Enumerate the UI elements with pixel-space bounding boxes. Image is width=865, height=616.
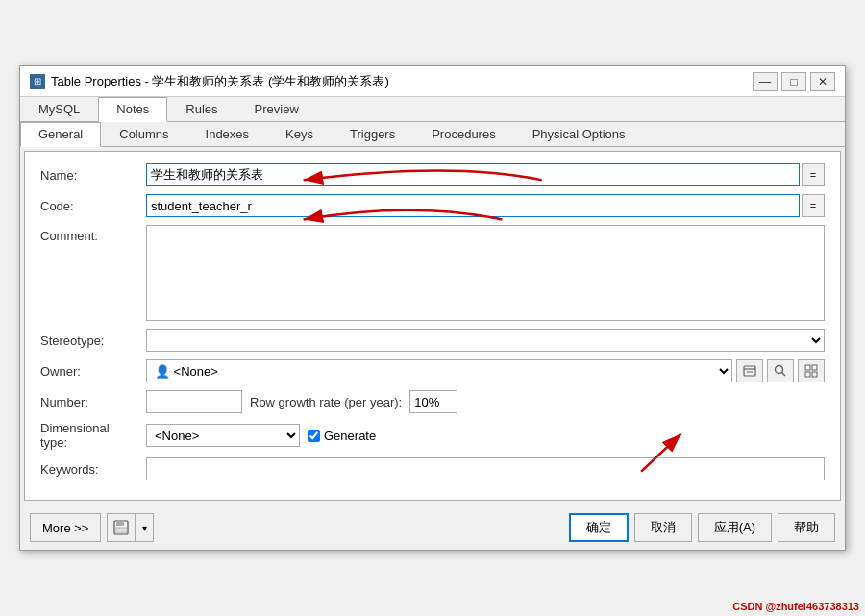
minimize-button[interactable]: — [753,72,778,91]
owner-search-btn[interactable] [767,359,794,382]
name-equals-btn[interactable]: = [802,163,825,186]
app-icon: ⊞ [30,74,45,89]
owner-select[interactable]: 👤 <None> [146,359,732,382]
title-bar-left: ⊞ Table Properties - 学生和教师的关系表 (学生和教师的关系… [30,73,389,90]
name-label: Name: [40,168,146,183]
keywords-input[interactable] [146,457,825,480]
svg-rect-12 [115,528,127,533]
svg-rect-8 [805,372,810,377]
number-input[interactable] [146,390,242,413]
confirm-button[interactable]: 确定 [569,513,629,542]
save-button-group: ▾ [107,513,154,542]
tab-rules[interactable]: Rules [167,97,235,121]
number-inputs: Row growth rate (per year): [146,390,457,413]
tab-mysql[interactable]: MySQL [20,97,98,121]
title-buttons: — □ ✕ [753,72,835,91]
tab-indexes[interactable]: Indexes [187,122,268,146]
owner-browse-btn[interactable] [736,359,763,382]
growth-rate-label: Row growth rate (per year): [250,395,402,409]
tab-columns[interactable]: Columns [101,122,186,146]
number-row: Number: Row growth rate (per year): [40,390,825,413]
owner-extra-buttons [734,359,825,382]
generate-checkbox[interactable] [308,430,320,442]
code-row: Code: = [40,194,825,217]
growth-input[interactable] [409,390,457,413]
bottom-bar: More >> ▾ 确定 取消 应用(A) 帮助 [20,505,845,550]
svg-rect-9 [812,372,817,377]
comment-label: Comment: [40,225,146,243]
stereotype-select[interactable] [146,329,825,352]
svg-rect-1 [744,366,755,376]
number-label: Number: [40,395,146,409]
owner-label: Owner: [40,364,146,379]
sub-tab-row: General Columns Indexes Keys Triggers Pr… [20,122,845,147]
svg-point-4 [776,366,783,374]
owner-clear-btn[interactable] [798,359,825,382]
dimensional-select[interactable]: <None> [146,424,300,447]
tab-notes[interactable]: Notes [98,97,167,122]
title-bar: ⊞ Table Properties - 学生和教师的关系表 (学生和教师的关系… [20,66,845,97]
close-button[interactable]: ✕ [810,72,835,91]
maximize-button[interactable]: □ [781,72,806,91]
help-button[interactable]: 帮助 [778,513,835,542]
name-row: Name: = [40,163,825,186]
dialog-window: ⊞ Table Properties - 学生和教师的关系表 (学生和教师的关系… [19,65,846,551]
tab-physical-options[interactable]: Physical Options [514,122,644,146]
owner-row: Owner: 👤 <None> [40,359,825,382]
stereotype-row: Stereotype: [40,329,825,352]
more-button[interactable]: More >> [30,513,101,542]
window-title: Table Properties - 学生和教师的关系表 (学生和教师的关系表) [51,73,389,90]
watermark: CSDN @zhufei463738313 [732,601,859,612]
apply-button[interactable]: 应用(A) [698,513,772,542]
grid-icon [804,364,818,378]
svg-rect-7 [812,365,817,370]
svg-line-5 [782,373,786,377]
tab-triggers[interactable]: Triggers [332,122,413,146]
svg-rect-11 [116,521,124,526]
stereotype-label: Stereotype: [40,333,146,348]
tab-procedures[interactable]: Procedures [413,122,513,146]
save-dropdown-button[interactable]: ▾ [135,513,154,542]
keywords-row: Keywords: [40,457,825,480]
keywords-label: Keywords: [40,462,146,477]
top-tab-row: MySQL Notes Rules Preview [20,97,845,122]
comment-row: Comment: [40,225,825,321]
code-label: Code: [40,199,146,213]
save-button[interactable] [107,513,135,542]
dimensional-label: Dimensional type: [40,421,146,450]
svg-rect-6 [805,365,810,370]
code-input[interactable] [146,194,800,217]
cancel-button[interactable]: 取消 [634,513,692,542]
browse-icon [743,364,756,378]
dimensional-row: Dimensional type: <None> Generate [40,421,825,450]
save-icon [113,520,129,535]
name-input[interactable] [146,163,800,186]
generate-checkbox-label[interactable]: Generate [308,429,376,443]
dimensional-controls: <None> Generate [146,424,376,447]
comment-textarea[interactable] [146,225,825,321]
code-equals-btn[interactable]: = [802,194,825,217]
tab-keys[interactable]: Keys [267,122,332,146]
tab-general[interactable]: General [20,122,101,147]
tab-preview[interactable]: Preview [236,97,317,121]
main-content: Name: = Code: = Comment: Stereotype: Own… [24,151,841,501]
generate-label: Generate [324,429,376,443]
search-icon [774,364,787,378]
